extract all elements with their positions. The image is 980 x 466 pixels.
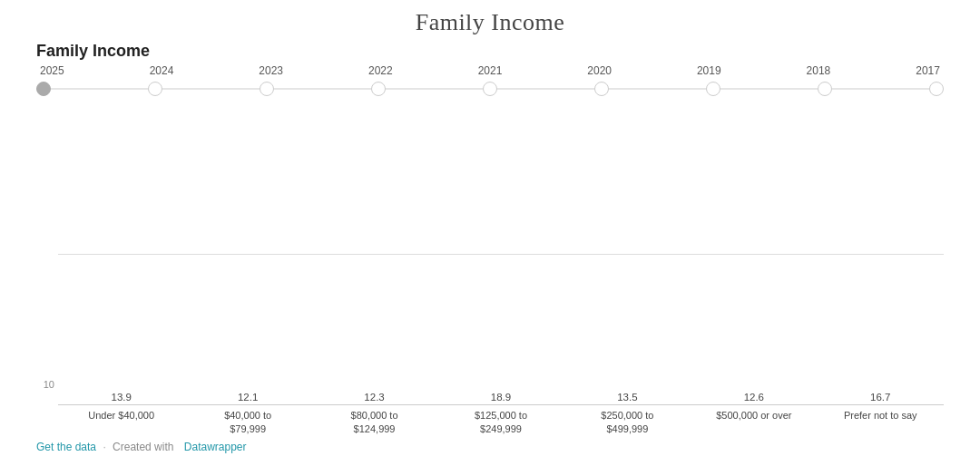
y-axis: 10 — [36, 105, 54, 435]
timeline-section: 202520242023202220212020201920182017 — [18, 64, 962, 98]
datawrapper-label: Datawrapper — [184, 441, 247, 453]
bar-group-2: 12.3 — [311, 392, 437, 404]
timeline-dot-2017[interactable] — [929, 82, 944, 96]
bar-group-1: 12.1 — [184, 392, 310, 404]
timeline-year-2018: 2018 — [807, 64, 831, 77]
timeline-dot-2019[interactable] — [706, 82, 720, 96]
timeline-year-2024: 2024 — [150, 64, 174, 77]
bar-group-6: 16.7 — [818, 392, 944, 404]
timeline-dot-2022[interactable] — [371, 82, 386, 96]
bar-value-5: 12.6 — [744, 392, 764, 403]
x-label-3: $125,000 to$249,999 — [437, 409, 564, 435]
timeline-dot-2020[interactable] — [594, 82, 609, 96]
timeline-dot-2025[interactable] — [36, 82, 51, 96]
timeline-dots — [36, 82, 944, 96]
chart-footer: Get the data · Created with Datawrapper — [18, 435, 962, 457]
timeline-year-2022: 2022 — [368, 64, 393, 77]
main-title: Family Income — [18, 9, 962, 36]
bar-group-0: 13.9 — [58, 392, 184, 404]
timeline-dot-2018[interactable] — [818, 82, 832, 96]
chart-title: Family Income — [18, 42, 962, 61]
bar-value-0: 13.9 — [112, 392, 132, 403]
bar-value-1: 12.1 — [238, 392, 258, 403]
chart-area: 10 13.912.112.318.913.512.616.7 Under $4… — [18, 105, 962, 435]
x-label-0: Under $40,000 — [58, 409, 184, 435]
bar-group-5: 12.6 — [691, 392, 817, 404]
grid-line — [58, 254, 944, 255]
x-label-2: $80,000 to$124,999 — [311, 409, 437, 435]
bars-container: 13.912.112.318.913.512.616.7 Under $40,0… — [58, 105, 944, 435]
x-label-5: $500,000 or over — [691, 409, 817, 435]
timeline-dot-2023[interactable] — [260, 82, 274, 96]
timeline-year-2020: 2020 — [587, 64, 612, 77]
bars-area: 13.912.112.318.913.512.616.7 — [58, 105, 944, 405]
created-text: Created with — [113, 441, 173, 453]
x-labels: Under $40,000$40,000 to$79,999$80,000 to… — [58, 405, 944, 435]
bar-group-3: 18.9 — [437, 392, 564, 404]
timeline-years: 202520242023202220212020201920182017 — [36, 64, 944, 77]
footer-separator: · — [103, 441, 105, 453]
x-label-6: Prefer not to say — [818, 409, 944, 435]
page-container: Family Income Family Income 202520242023… — [0, 0, 980, 466]
timeline-track — [36, 80, 944, 98]
bar-value-4: 13.5 — [617, 392, 637, 403]
timeline-year-2019: 2019 — [697, 64, 721, 77]
x-label-4: $250,000 to$499,999 — [564, 409, 691, 435]
bar-group-4: 13.5 — [564, 392, 691, 404]
timeline-year-2025: 2025 — [40, 64, 64, 77]
y-axis-label: 10 — [36, 379, 54, 390]
timeline-year-2017: 2017 — [916, 64, 940, 77]
timeline-dot-2021[interactable] — [483, 82, 497, 96]
bar-value-6: 16.7 — [870, 392, 890, 403]
bar-value-2: 12.3 — [364, 392, 384, 403]
bar-value-3: 18.9 — [491, 392, 511, 403]
get-data-link[interactable]: Get the data — [36, 441, 96, 453]
timeline-year-2021: 2021 — [478, 64, 503, 77]
x-label-1: $40,000 to$79,999 — [184, 409, 310, 435]
timeline-year-2023: 2023 — [259, 64, 283, 77]
timeline-dot-2024[interactable] — [148, 82, 162, 96]
